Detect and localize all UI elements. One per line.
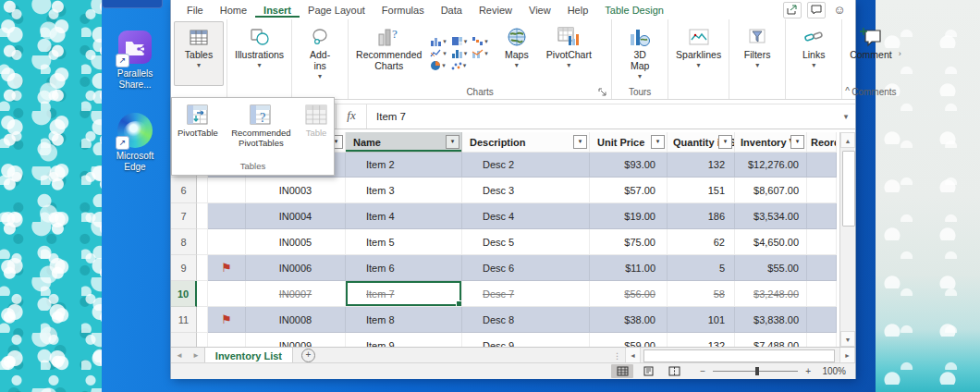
cell-inventory-value[interactable]: $55.00 [735,255,807,281]
illustrations-button[interactable]: Illustrations ▾ [230,21,288,86]
vertical-scroll-thumb[interactable] [842,151,855,227]
cell-name[interactable]: Item 3 [346,178,462,203]
zoom-level[interactable]: 100% [816,366,846,376]
cell-inventory-value[interactable]: $4,650.00 [735,229,807,255]
cell-name[interactable]: Item 5 [346,229,462,255]
cell-column-a[interactable] [197,178,208,203]
cell-id[interactable]: IN0008 [246,307,346,333]
filter-dropdown-icon[interactable]: ▾ [573,135,587,149]
ribbon-overflow-icon[interactable]: › [897,21,903,86]
filter-dropdown-icon[interactable]: ▾ [718,135,732,149]
page-layout-view-button[interactable] [637,364,659,378]
cell-name[interactable]: Item 2 [346,153,462,178]
expand-formula-bar-icon[interactable]: ▾ [837,112,855,121]
line-chart-icon[interactable]: ▾ [430,48,447,58]
cell-id[interactable]: IN0009 [246,333,346,347]
cell-name[interactable]: Item 7 [346,281,462,307]
histogram-chart-icon[interactable]: ▾ [451,48,468,58]
combo-chart-icon[interactable]: ▾ [472,48,488,58]
column-header-reorder[interactable]: Reorde [807,132,837,153]
cell-description[interactable]: Desc 9 [462,333,590,347]
cell-id[interactable]: IN0003 [246,178,346,203]
cell-unit-price[interactable]: $57.00 [590,178,668,203]
cell-unit-price[interactable]: $93.00 [590,153,668,178]
desktop-icon-parallels-share[interactable]: ↗ Parallels Share... [102,30,168,91]
cell-column-a[interactable] [197,333,208,347]
cell-id[interactable]: IN0007 [246,281,346,307]
tab-file[interactable]: File [178,2,212,18]
cell-reorder[interactable] [807,307,837,333]
zoom-out-button[interactable]: − [698,366,707,376]
share-icon[interactable] [783,2,802,18]
cell-unit-price[interactable]: $11.00 [590,255,668,281]
comments-panel-icon[interactable] [807,2,826,18]
cell-inventory-value[interactable]: $7,488.00 [735,333,807,347]
cell-column-a[interactable] [197,203,208,229]
cell-reorder[interactable] [807,281,837,307]
tables-button[interactable]: Tables ▾ [174,21,224,86]
smiley-feedback-icon[interactable]: ☺ [831,3,848,18]
cell-column-a[interactable] [197,229,208,255]
cell-quantity[interactable]: 5 [668,255,735,281]
cell-unit-price[interactable]: $19.00 [590,203,668,229]
sheet-tab-inventory-list[interactable]: Inventory List [204,348,293,364]
filter-dropdown-icon[interactable]: ▾ [446,135,459,149]
column-header-quantity[interactable]: Quantity in S▾ [668,132,735,153]
row-number[interactable]: 7 [171,203,197,229]
cell-id[interactable]: IN0004 [246,203,346,229]
scatter-chart-icon[interactable]: ▾ [450,61,467,71]
row-number[interactable]: 6 [171,178,197,203]
tab-table-design[interactable]: Table Design [596,2,672,18]
row-number[interactable]: 11 [171,307,197,333]
table-button-disabled[interactable]: Table [304,102,328,159]
filter-dropdown-icon[interactable]: ▾ [790,135,804,149]
tab-review[interactable]: Review [471,2,521,18]
cell-inventory-value[interactable]: $3,534.00 [735,203,807,229]
pie-chart-icon[interactable]: ▾ [430,60,446,71]
cell-reorder[interactable] [807,153,837,178]
add-sheet-button[interactable]: + [301,349,315,362]
desktop-icon-microsoft-edge[interactable]: ↗ Microsoft Edge [102,113,168,173]
cell-unit-price[interactable]: $59.00 [590,333,668,347]
filters-button[interactable]: Filters ▾ [732,21,782,86]
pivottable-button[interactable]: PivotTable [178,102,218,159]
cell-quantity[interactable]: 62 [668,229,735,255]
cell-description[interactable]: Desc 5 [462,229,590,255]
cell-inventory-value[interactable]: $12,276.00 [735,153,807,178]
cell-description[interactable]: Desc 8 [462,307,590,333]
cell-name[interactable]: Item 9 [346,333,462,347]
tab-help[interactable]: Help [559,2,597,18]
cell-inventory-value[interactable]: $3,838.00 [735,307,807,333]
cell-flag[interactable] [208,178,246,203]
cell-flag[interactable] [208,333,246,347]
cell-quantity[interactable]: 101 [668,307,735,333]
cell-reorder[interactable] [807,178,837,203]
cell-id[interactable]: IN0005 [246,229,346,255]
sheet-nav-right-icon[interactable]: ► [188,351,204,360]
cell-name[interactable]: Item 8 [346,307,462,333]
formula-input[interactable]: Item 7 [367,111,837,122]
row-number[interactable]: 9 [171,255,197,281]
cell-inventory-value[interactable]: $8,607.00 [735,178,807,203]
row-number[interactable]: 10 [171,281,197,307]
row-number[interactable] [171,333,197,347]
cell-quantity[interactable]: 132 [668,333,735,347]
sparklines-button[interactable]: Sparklines ▾ [671,21,726,86]
cell-description[interactable]: Desc 3 [462,178,590,203]
tab-splitter-dots-icon[interactable]: ⋮ [609,351,625,361]
scroll-left-icon[interactable]: ◄ [625,348,641,363]
tab-view[interactable]: View [521,2,559,18]
column-header-inventory-value[interactable]: Inventory Va▾ [735,132,807,153]
collapse-ribbon-icon[interactable]: ^ [845,86,850,96]
cell-unit-price[interactable]: $38.00 [590,307,668,333]
row-number[interactable]: 8 [171,229,197,255]
selected-desktop-icon-label[interactable] [102,0,163,8]
cell-reorder[interactable] [807,229,837,255]
cell-unit-price[interactable]: $75.00 [590,229,668,255]
normal-view-button[interactable] [611,364,633,378]
scroll-up-icon[interactable]: ▲ [840,132,855,148]
maps-button[interactable]: Maps ▾ [492,21,542,86]
addins-button[interactable]: Add- ins ▾ [295,21,345,86]
cell-reorder[interactable] [807,333,837,347]
cell-quantity[interactable]: 186 [668,203,735,229]
